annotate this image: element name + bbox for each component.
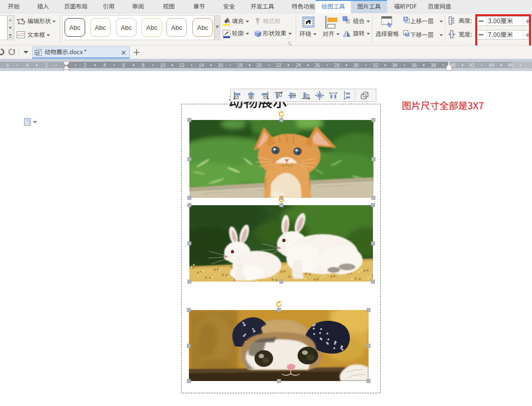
svg-text:A: A bbox=[18, 32, 21, 37]
svg-text:W: W bbox=[36, 51, 39, 55]
